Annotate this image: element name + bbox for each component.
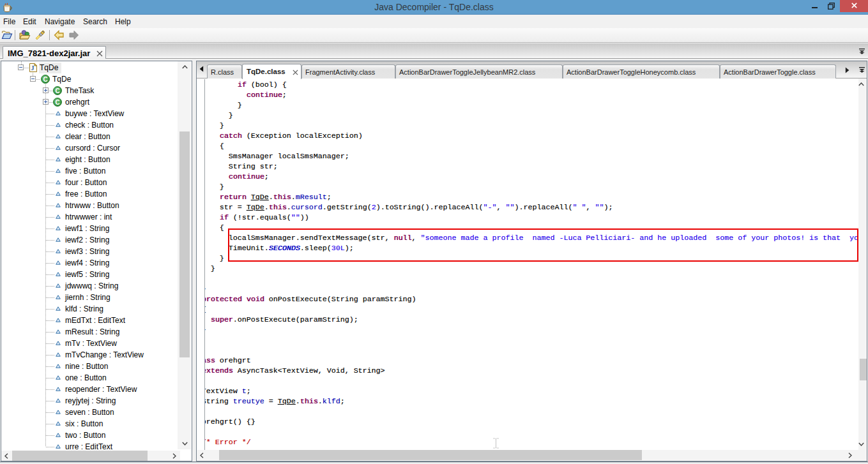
svg-text:J: J	[31, 64, 34, 71]
svg-text:C: C	[55, 87, 59, 94]
svg-text:C: C	[43, 76, 47, 83]
svg-text:C: C	[55, 99, 59, 106]
